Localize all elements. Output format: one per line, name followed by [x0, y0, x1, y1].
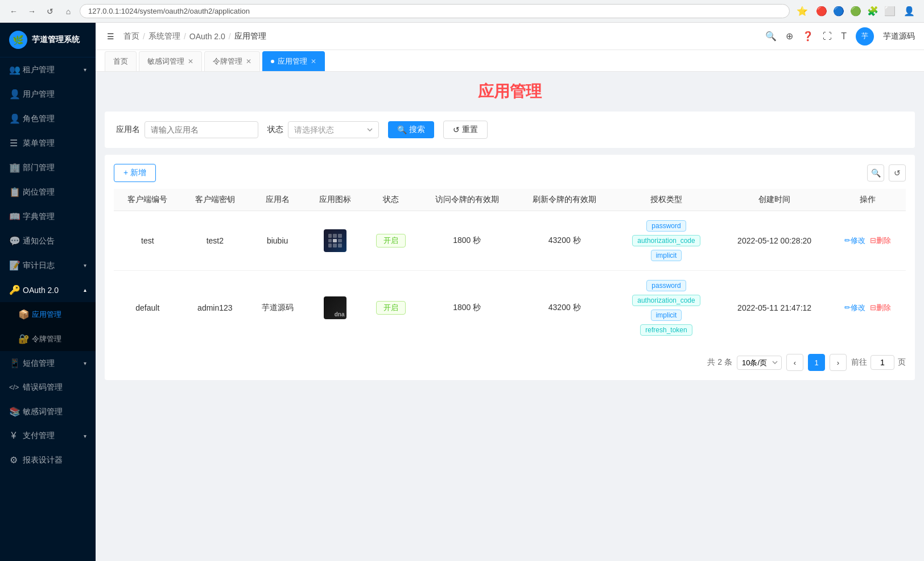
search-icon[interactable]: 🔍	[765, 31, 777, 42]
sidebar-item-label: 支付管理	[23, 431, 55, 441]
page-jump-input[interactable]	[871, 355, 894, 370]
search-btn-icon: 🔍	[397, 125, 407, 134]
sidebar-item-app-mgmt[interactable]: 📦 应用管理	[0, 302, 96, 327]
tab-sensitive-close[interactable]: ✕	[188, 57, 193, 65]
page-jump-prefix: 前往	[851, 357, 867, 368]
sidebar-item-audit[interactable]: 📝 审计日志 ▾	[0, 253, 96, 278]
font-icon[interactable]: T	[841, 31, 847, 42]
col-refresh-validity: 刷新令牌的有效期	[515, 189, 613, 211]
row1-client-secret: test2	[182, 211, 249, 271]
next-page-button[interactable]: ›	[830, 354, 847, 371]
add-button[interactable]: + 新增	[114, 164, 156, 182]
payment-icon: ¥	[9, 431, 18, 441]
breadcrumb-system[interactable]: 系统管理	[148, 31, 180, 42]
profile-icon[interactable]: 👤	[901, 3, 917, 19]
table-header: 客户端编号 客户端密钥 应用名 应用图标 状态 访问令牌的有效期 刷新令牌的有效…	[114, 189, 906, 211]
tab-app-mgmt-close[interactable]: ✕	[311, 57, 316, 65]
row2-status: 开启	[364, 271, 418, 345]
sidebar-item-dept[interactable]: 🏢 部门管理	[0, 155, 96, 180]
search-button[interactable]: 🔍 搜索	[388, 121, 434, 138]
row2-access-validity: 1800 秒	[418, 271, 516, 345]
sidebar-item-token-mgmt[interactable]: 🔐 令牌管理	[0, 327, 96, 351]
avatar[interactable]: 芋	[856, 27, 874, 46]
tab-token-close[interactable]: ✕	[246, 57, 251, 65]
forward-button[interactable]: →	[25, 5, 39, 18]
sidebar-item-oauth2[interactable]: 🔑 OAuth 2.0 ▴	[0, 278, 96, 302]
sidebar-item-post[interactable]: 📋 岗位管理	[0, 180, 96, 204]
sidebar-submenu-label: 应用管理	[32, 310, 61, 320]
tab-home[interactable]: 首页	[105, 51, 137, 71]
sidebar-item-sensitive[interactable]: 📚 敏感词管理	[0, 399, 96, 424]
reset-btn-icon: ↺	[453, 125, 460, 134]
search-table-icon[interactable]: 🔍	[867, 164, 884, 182]
tab-sensitive[interactable]: 敏感词管理 ✕	[139, 51, 202, 71]
col-created-time: 创建时间	[719, 189, 830, 211]
edit-btn-2[interactable]: ✏修改	[844, 303, 865, 313]
hamburger-button[interactable]: ☰	[105, 30, 117, 43]
refresh-button[interactable]: ↺	[43, 5, 57, 18]
sidebar-item-menu[interactable]: ☰ 菜单管理	[0, 131, 96, 155]
sidebar-item-user[interactable]: 👤 用户管理	[0, 82, 96, 106]
app-name-field: 应用名	[116, 121, 258, 138]
ext-icon-2[interactable]: 🔵	[831, 3, 847, 19]
sidebar-logo: 🌿 芋道管理系统	[0, 23, 96, 57]
row1-app-icon	[306, 211, 364, 271]
github-icon[interactable]: ⊕	[786, 31, 793, 42]
col-client-id: 客户端编号	[114, 189, 182, 211]
ext-icon-1[interactable]: 🔴	[814, 3, 830, 19]
sidebar-item-sms[interactable]: 📱 短信管理 ▾	[0, 351, 96, 376]
sidebar-item-report[interactable]: ⚙ 报表设计器	[0, 448, 96, 472]
app-name-input[interactable]	[145, 121, 258, 138]
main-content: ☰ 首页 / 系统管理 / OAuth 2.0 / 应用管理 🔍 ⊕ ❓ ⛶ T…	[96, 23, 924, 561]
status-badge-1: 开启	[376, 234, 406, 248]
status-select[interactable]: 请选择状态	[288, 121, 379, 138]
tab-token[interactable]: 令牌管理 ✕	[204, 51, 260, 71]
sidebar-item-label: 部门管理	[23, 163, 55, 173]
page-1-button[interactable]: 1	[808, 354, 825, 371]
breadcrumb-oauth2[interactable]: OAuth 2.0	[189, 32, 225, 41]
per-page-select[interactable]: 10条/页 20条/页 50条/页	[737, 356, 782, 370]
delete-btn-1[interactable]: ⊟删除	[870, 236, 891, 246]
ext-icon-4[interactable]: 🧩	[865, 3, 881, 19]
ext-icon-3[interactable]: 🟢	[848, 3, 864, 19]
tag-password-2: password	[646, 280, 686, 291]
app-icon-inner-1	[324, 229, 346, 252]
col-status: 状态	[364, 189, 418, 211]
table-row: test test2 biubiu	[114, 211, 906, 271]
sidebar-item-dict[interactable]: 📖 字典管理	[0, 204, 96, 229]
sidebar-item-role[interactable]: 👤 角色管理	[0, 106, 96, 131]
refresh-table-icon[interactable]: ↺	[889, 164, 906, 182]
search-bar: 应用名 状态 请选择状态 🔍 搜索 ↺ 重置	[105, 112, 915, 148]
chevron-down-icon: ▾	[84, 262, 86, 269]
tag-auth-code-2: authorization_code	[632, 295, 700, 306]
back-button[interactable]: ←	[7, 5, 20, 18]
url-bar[interactable]: 127.0.0.1:1024/system/oauth2/oauth2/appl…	[80, 4, 790, 18]
tenant-icon: 👥	[9, 64, 18, 75]
sidebar-item-label: OAuth 2.0	[23, 286, 59, 295]
sidebar-item-payment[interactable]: ¥ 支付管理 ▾	[0, 424, 96, 448]
username[interactable]: 芋道源码	[883, 31, 915, 42]
row1-created-time: 2022-05-12 00:28:20	[719, 211, 830, 271]
sidebar-item-label: 菜单管理	[23, 138, 55, 148]
row2-actions: ✏修改 ⊟删除	[830, 271, 906, 345]
page-jump-suffix: 页	[898, 357, 906, 368]
sidebar-item-tenant[interactable]: 👥 租户管理 ▾	[0, 57, 96, 82]
sidebar-item-notice[interactable]: 💬 通知公告	[0, 229, 96, 253]
ext-icon-5[interactable]: ⬜	[882, 3, 898, 19]
sidebar-item-error[interactable]: </> 错误码管理	[0, 376, 96, 399]
reset-button[interactable]: ↺ 重置	[443, 121, 488, 139]
home-button[interactable]: ⌂	[61, 5, 75, 18]
bookmark-icon[interactable]: ⭐	[794, 3, 810, 19]
prev-page-button[interactable]: ‹	[786, 354, 803, 371]
edit-btn-1[interactable]: ✏修改	[844, 236, 865, 246]
help-icon[interactable]: ❓	[802, 31, 814, 42]
fullscreen-icon[interactable]: ⛶	[823, 31, 832, 42]
browser-actions: ⭐ 🔴 🔵 🟢 🧩 ⬜ 👤	[794, 3, 917, 19]
delete-btn-2[interactable]: ⊟删除	[870, 303, 891, 313]
breadcrumb-home[interactable]: 首页	[123, 31, 139, 42]
sidebar-submenu-label: 令牌管理	[32, 334, 61, 344]
row2-refresh-validity: 43200 秒	[515, 271, 613, 345]
status-field: 状态 请选择状态	[267, 121, 379, 138]
tab-app-mgmt[interactable]: 应用管理 ✕	[262, 51, 325, 71]
sensitive-icon: 📚	[9, 406, 18, 417]
